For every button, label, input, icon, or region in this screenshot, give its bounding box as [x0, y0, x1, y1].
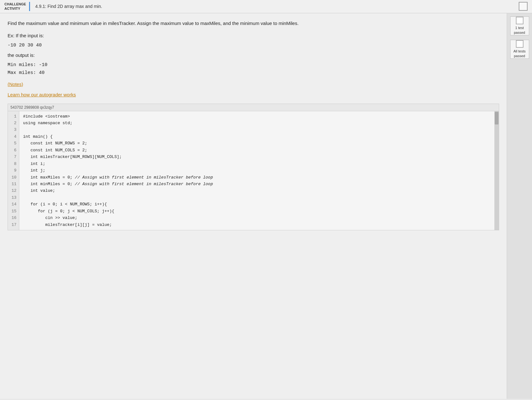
code-session-id: 543702 2989808 qx3zqy7	[8, 104, 499, 111]
code-line-9: int j;	[23, 168, 45, 173]
scrollbar-thumb[interactable]	[495, 112, 498, 124]
ln-10: 10	[10, 174, 16, 181]
ln-15: 15	[10, 208, 16, 215]
test-result-2[interactable]: All testspassed	[510, 40, 529, 59]
code-line-4: int main() {	[23, 134, 53, 139]
line-numbers: 1 2 3 4 5 6 7 8 9 10 11 12 13 14	[8, 111, 19, 230]
ln-3: 3	[10, 126, 16, 133]
test-1-icon	[516, 17, 523, 24]
right-panel: 1 testpassed All testspassed	[507, 13, 532, 399]
challenge-label-line2: ACTIVITY	[4, 7, 20, 10]
ln-6: 6	[10, 147, 16, 154]
test-2-label: All testspassed	[513, 49, 526, 58]
autograder-link[interactable]: Learn how our autograder works	[8, 92, 499, 97]
ln-5: 5	[10, 140, 16, 147]
ln-14: 14	[10, 201, 16, 208]
code-line-17: milesTracker[i][j] = value;	[23, 222, 112, 227]
challenge-label-line1: CHALLENGE	[4, 2, 26, 6]
code-line-10: int maxMiles = 0; // Assign with first e…	[23, 175, 213, 180]
scrollbar-area[interactable]	[494, 111, 499, 230]
output-line-1: Min miles: -10	[8, 61, 499, 69]
code-line-16: cin >> value;	[23, 215, 77, 220]
code-line-5: const int NUM_ROWS = 2;	[23, 141, 87, 146]
ln-4: 4	[10, 133, 16, 140]
main-content: Find the maximum value and minimum value…	[0, 13, 532, 399]
ln-17: 17	[10, 221, 16, 228]
code-line-8: int i;	[23, 161, 45, 166]
outer-container: CHALLENGE ACTIVITY 4.9.1: Find 2D array …	[0, 0, 532, 399]
notes-link[interactable]: (Notes)	[8, 82, 499, 87]
description-text: Find the maximum value and minimum value…	[8, 20, 499, 27]
challenge-activity-label: CHALLENGE ACTIVITY	[4, 2, 30, 11]
code-line-2: using namespace std;	[23, 121, 72, 125]
header-title: 4.9.1: Find 2D array max and min.	[35, 4, 102, 9]
output-label: the output is:	[8, 52, 499, 58]
code-content[interactable]: #include <iostream> using namespace std;…	[19, 111, 494, 230]
ex-label: Ex: If the input is:	[8, 33, 499, 38]
test-2-icon	[516, 40, 523, 48]
code-editor: 543702 2989808 qx3zqy7 1 2 3 4 5 6 7 8 9…	[8, 104, 499, 230]
ln-12: 12	[10, 187, 16, 194]
code-line-13	[23, 195, 26, 200]
ln-2: 2	[10, 120, 16, 126]
test-1-label: 1 testpassed	[514, 26, 525, 35]
code-line-11: int minMiles = 0; // Assign with first e…	[23, 182, 213, 186]
ln-11: 11	[10, 181, 16, 187]
ln-7: 7	[10, 154, 16, 160]
left-panel: Find the maximum value and minimum value…	[0, 13, 507, 399]
code-line-6: const int NUM_COLS = 2;	[23, 148, 87, 153]
ln-9: 9	[10, 167, 16, 174]
ln-8: 8	[10, 161, 16, 167]
output-line-2: Max miles: 40	[8, 69, 499, 77]
code-line-3	[23, 127, 26, 132]
header-icon[interactable]	[519, 2, 528, 11]
code-line-7: int milesTracker[NUM_ROWS][NUM_COLS];	[23, 155, 122, 159]
code-line-12: int value;	[23, 188, 55, 193]
header-bar: CHALLENGE ACTIVITY 4.9.1: Find 2D array …	[0, 0, 532, 13]
code-line-14: for (i = 0; i < NUM_ROWS; i++){	[23, 202, 107, 207]
ln-13: 13	[10, 194, 16, 201]
code-line-1: #include <iostream>	[23, 114, 70, 119]
code-line-15: for (j = 0; j < NUM_COLS; j++){	[23, 209, 114, 214]
ln-1: 1	[10, 113, 16, 120]
input-example: -10 20 30 40	[8, 43, 499, 48]
output-example: Min miles: -10 Max miles: 40	[8, 61, 499, 77]
test-result-1[interactable]: 1 testpassed	[510, 16, 529, 35]
ln-16: 16	[10, 215, 16, 221]
code-body: 1 2 3 4 5 6 7 8 9 10 11 12 13 14	[8, 111, 499, 230]
